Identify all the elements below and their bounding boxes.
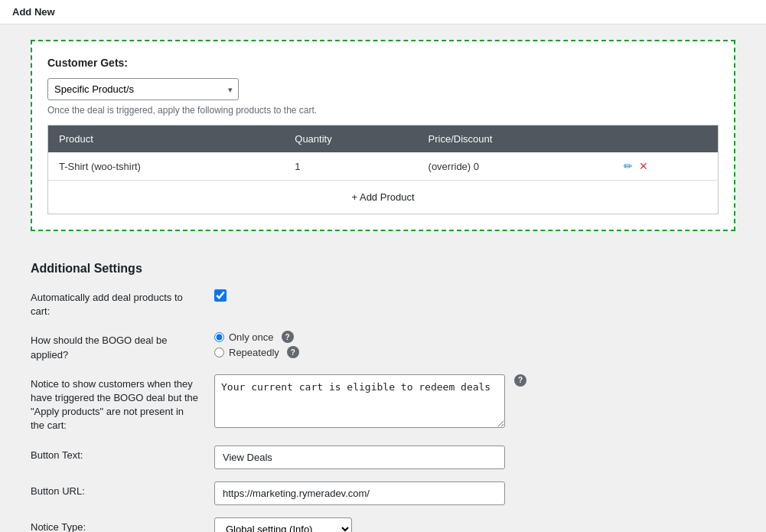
product-name: T-Shirt (woo-tshirt) bbox=[48, 152, 285, 181]
edit-product-icon[interactable]: ✏ bbox=[624, 160, 633, 172]
apply-repeatedly-option[interactable]: Repeatedly ? bbox=[214, 346, 735, 358]
add-product-label: Add Product bbox=[360, 191, 415, 203]
product-actions: ✏ ✕ bbox=[613, 152, 719, 181]
product-quantity: 1 bbox=[284, 152, 417, 181]
button-text-row: Button Text: bbox=[31, 446, 735, 469]
customer-gets-section: Customer Gets: Specific Product/s Specif… bbox=[31, 40, 735, 231]
how-applied-control: Only once ? Repeatedly ? bbox=[214, 331, 735, 358]
button-url-label: Button URL: bbox=[31, 481, 199, 498]
product-type-select[interactable]: Specific Product/s Specific Categories A… bbox=[47, 78, 239, 100]
apply-once-radio[interactable] bbox=[214, 332, 224, 342]
table-row: T-Shirt (woo-tshirt) 1 (override) 0 ✏ ✕ bbox=[48, 152, 719, 181]
button-text-label: Button Text: bbox=[31, 446, 199, 462]
notice-type-label: Notice Type: bbox=[31, 517, 199, 533]
col-price: Price/Discount bbox=[418, 126, 613, 153]
notice-label: Notice to show customers when they have … bbox=[31, 374, 199, 433]
button-text-input[interactable] bbox=[214, 446, 505, 469]
delete-product-icon[interactable]: ✕ bbox=[639, 160, 648, 172]
page-title: Add New bbox=[12, 6, 55, 18]
apply-once-label: Only once bbox=[229, 331, 274, 343]
apply-once-help-icon[interactable]: ? bbox=[282, 331, 294, 343]
additional-settings-section: Additional Settings Automatically add de… bbox=[15, 246, 751, 532]
notice-row: Notice to show customers when they have … bbox=[31, 374, 735, 433]
notice-control: Your current cart is eligible to redeem … bbox=[214, 374, 735, 428]
apply-repeatedly-help-icon[interactable]: ? bbox=[287, 346, 299, 358]
product-type-select-wrapper[interactable]: Specific Product/s Specific Categories A… bbox=[47, 78, 239, 100]
additional-settings-title: Additional Settings bbox=[31, 262, 735, 276]
top-bar: Add New bbox=[0, 0, 766, 24]
add-product-button[interactable]: + Add Product bbox=[47, 181, 719, 214]
how-applied-label: How should the BOGO deal be applied? bbox=[31, 331, 199, 361]
notice-help-icon[interactable]: ? bbox=[514, 374, 526, 387]
notice-input-row: Your current cart is eligible to redeem … bbox=[214, 374, 735, 428]
auto-add-checkbox[interactable] bbox=[214, 289, 227, 302]
auto-add-label: Automatically add deal products to cart: bbox=[31, 288, 199, 318]
auto-add-row: Automatically add deal products to cart: bbox=[31, 288, 735, 318]
apply-options-group: Only once ? Repeatedly ? bbox=[214, 331, 735, 358]
products-table: Product Quantity Price/Discount T-Shirt … bbox=[47, 125, 719, 181]
apply-repeatedly-radio[interactable] bbox=[214, 348, 224, 357]
notice-type-control: Global setting (Info) Info Success Warni… bbox=[214, 517, 735, 533]
col-quantity: Quantity bbox=[284, 126, 417, 153]
notice-textarea[interactable]: Your current cart is eligible to redeem … bbox=[214, 374, 505, 428]
how-applied-row: How should the BOGO deal be applied? Onl… bbox=[31, 331, 735, 361]
button-text-control bbox=[214, 446, 735, 469]
auto-add-control bbox=[214, 288, 735, 304]
customer-gets-title: Customer Gets: bbox=[47, 57, 719, 69]
col-actions bbox=[613, 126, 719, 153]
helper-text: Once the deal is triggered, apply the fo… bbox=[47, 105, 719, 116]
notice-type-row: Notice Type: Global setting (Info) Info … bbox=[31, 517, 735, 533]
button-url-input[interactable] bbox=[214, 481, 505, 505]
button-url-row: Button URL: bbox=[31, 481, 735, 505]
notice-type-select[interactable]: Global setting (Info) Info Success Warni… bbox=[214, 517, 352, 533]
button-url-control bbox=[214, 481, 735, 505]
product-price: (override) 0 bbox=[418, 152, 613, 181]
col-product: Product bbox=[48, 126, 285, 153]
main-content: Customer Gets: Specific Product/s Specif… bbox=[0, 40, 766, 532]
apply-repeatedly-label: Repeatedly bbox=[229, 347, 279, 358]
plus-icon: + bbox=[351, 191, 357, 203]
apply-once-option[interactable]: Only once ? bbox=[214, 331, 735, 343]
